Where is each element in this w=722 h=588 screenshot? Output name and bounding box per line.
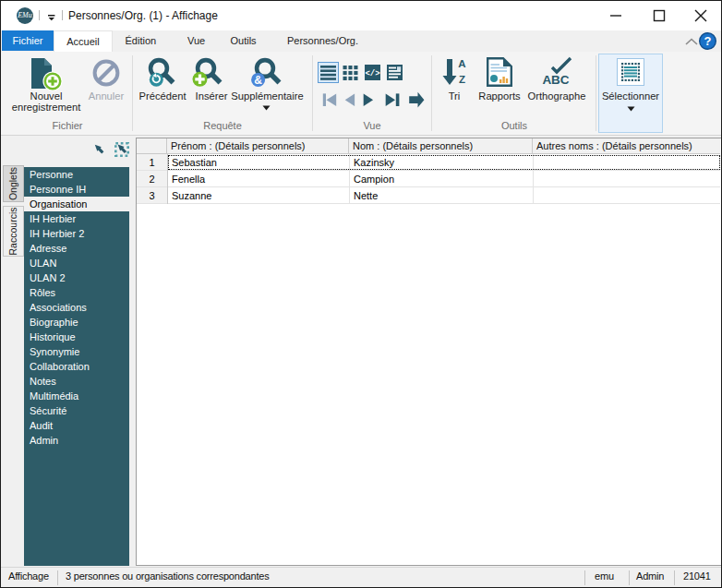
- svg-text:Z: Z: [459, 74, 465, 85]
- svg-text:&: &: [254, 74, 262, 87]
- svg-text:Onglets: Onglets: [7, 167, 18, 200]
- svg-text:?: ?: [704, 34, 712, 48]
- svg-text:Raccourcis: Raccourcis: [7, 208, 18, 256]
- svg-text:A: A: [458, 58, 465, 69]
- svg-text:ABC: ABC: [542, 73, 569, 87]
- svg-text:</>: </>: [365, 69, 379, 78]
